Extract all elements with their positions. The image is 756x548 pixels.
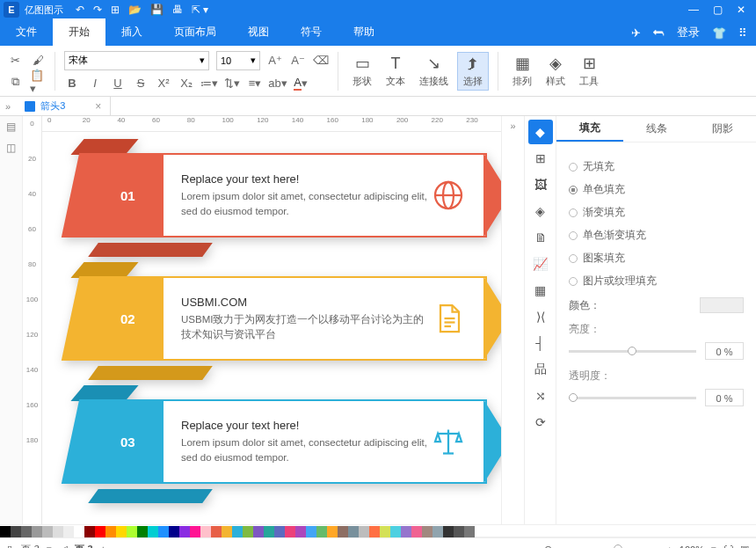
open-icon[interactable]: 📂	[128, 4, 142, 16]
shapes-panel-icon[interactable]: ▤	[0, 116, 22, 137]
arrow-card-2[interactable]: 02 USBMI.COM USBMI致力于为网友打造一个以移动平台讨论为主的技术…	[47, 266, 496, 371]
palette-swatch[interactable]	[127, 526, 137, 537]
menu-file[interactable]: 文件	[0, 18, 53, 46]
tab-fill[interactable]: 填充	[556, 116, 623, 142]
palette-swatch[interactable]	[232, 526, 243, 537]
palette-swatch[interactable]	[401, 526, 411, 537]
fill-solid-radio[interactable]: 单色填充	[569, 182, 744, 197]
arrange-button[interactable]: ▦排列	[507, 52, 537, 90]
share-icon[interactable]: ⮪	[653, 26, 665, 40]
palette-swatch[interactable]	[411, 526, 422, 537]
palette-swatch[interactable]	[11, 526, 21, 537]
font-family-select[interactable]: 宋体▾	[64, 51, 209, 70]
palette-swatch[interactable]	[137, 526, 148, 537]
palette-swatch[interactable]	[443, 526, 454, 537]
fill-tool-icon[interactable]: ◆	[528, 120, 553, 144]
palette-swatch[interactable]	[158, 526, 169, 537]
close-button[interactable]: ✕	[737, 4, 745, 16]
palette-swatch[interactable]	[211, 526, 222, 537]
arrow-card-1[interactable]: 01 Replace your text here! Lorem ipsum d…	[47, 142, 496, 248]
palette-swatch[interactable]	[253, 526, 264, 537]
text-button[interactable]: T文本	[381, 53, 411, 90]
line-spacing-icon[interactable]: ⇅▾	[224, 76, 240, 91]
palette-swatch[interactable]	[422, 526, 433, 537]
bullets-icon[interactable]: ≔▾	[201, 76, 217, 91]
maximize-button[interactable]: ▢	[713, 4, 723, 16]
palette-swatch[interactable]	[105, 526, 116, 537]
menu-home[interactable]: 开始	[53, 18, 105, 46]
font-size-select[interactable]: 10▾	[216, 51, 260, 70]
redo-icon[interactable]: ↷	[93, 4, 102, 16]
subscript-icon[interactable]: X₂	[178, 76, 194, 91]
canvas[interactable]: 01 Replace your text here! Lorem ipsum d…	[42, 132, 501, 524]
new-icon[interactable]: ⊞	[111, 4, 120, 16]
print-icon[interactable]: 🖶	[172, 4, 183, 16]
palette-swatch[interactable]	[222, 526, 232, 537]
brightness-value[interactable]: 0 %	[705, 342, 744, 360]
palette-swatch[interactable]	[454, 526, 464, 537]
shrink-font-icon[interactable]: A⁻	[290, 53, 306, 69]
send-icon[interactable]: ✈	[631, 26, 641, 40]
opacity-value[interactable]: 0 %	[705, 389, 744, 406]
library-panel-icon[interactable]: ◫	[0, 137, 22, 158]
ab-icon[interactable]: ab▾	[270, 76, 286, 91]
more-tool-icon[interactable]: ⟳	[528, 410, 553, 435]
minimize-button[interactable]: —	[688, 4, 699, 16]
zoom-in-icon[interactable]: +	[666, 544, 672, 549]
palette-swatch[interactable]	[274, 526, 285, 537]
menu-help[interactable]: 帮助	[338, 18, 390, 46]
palette-swatch[interactable]	[327, 526, 338, 537]
palette-swatch[interactable]	[464, 526, 475, 537]
undo-icon[interactable]: ↶	[76, 4, 84, 16]
palette-swatch[interactable]	[116, 526, 127, 537]
italic-icon[interactable]: I	[87, 76, 103, 91]
connector-button[interactable]: ↘连接线	[414, 52, 454, 90]
login-link[interactable]: 登录	[677, 25, 700, 40]
palette-swatch[interactable]	[169, 526, 179, 537]
palette-swatch[interactable]	[433, 526, 443, 537]
strike-icon[interactable]: S	[133, 76, 149, 91]
menu-page-layout[interactable]: 页面布局	[158, 18, 232, 46]
zoom-out-icon[interactable]: −	[559, 544, 564, 549]
palette-swatch[interactable]	[21, 526, 32, 537]
table-tool-icon[interactable]: ▦	[528, 278, 553, 303]
palette-swatch[interactable]	[95, 526, 105, 537]
palette-swatch[interactable]	[84, 526, 95, 537]
fill-none-radio[interactable]: 无填充	[569, 159, 744, 174]
arrow-card-3[interactable]: 03 Replace your text here! Lorem ipsum d…	[47, 389, 496, 494]
bold-icon[interactable]: B	[64, 76, 80, 91]
superscript-icon[interactable]: X²	[156, 76, 171, 91]
menu-symbols[interactable]: 符号	[285, 18, 338, 46]
fill-mono-gradient-radio[interactable]: 单色渐变填充	[569, 228, 744, 243]
brightness-slider[interactable]	[569, 350, 696, 353]
fullscreen-icon[interactable]: ⛶	[723, 544, 733, 549]
opacity-slider[interactable]	[569, 397, 696, 399]
palette-swatch[interactable]	[74, 526, 84, 537]
palette-swatch[interactable]	[295, 526, 306, 537]
image-tool-icon[interactable]: 🖼	[528, 172, 553, 197]
menu-view[interactable]: 视图	[232, 18, 285, 46]
palette-swatch[interactable]	[264, 526, 274, 537]
menu-insert[interactable]: 插入	[105, 18, 158, 46]
cut-icon[interactable]: ✂	[7, 53, 23, 69]
style-button[interactable]: ◈样式	[541, 52, 571, 90]
palette-swatch[interactable]	[42, 526, 53, 537]
palette-swatch[interactable]	[348, 526, 359, 537]
palette-swatch[interactable]	[243, 526, 253, 537]
export-icon[interactable]: ⇱ ▾	[192, 4, 208, 16]
panel-collapse-icon[interactable]: »	[502, 116, 524, 135]
page-selector[interactable]: 页-3	[21, 543, 40, 548]
palette-swatch[interactable]	[179, 526, 190, 537]
tool-button[interactable]: ⊞工具	[574, 52, 604, 90]
palette-swatch[interactable]	[369, 526, 380, 537]
palette-swatch[interactable]	[63, 526, 74, 537]
palette-swatch[interactable]	[359, 526, 369, 537]
font-color-icon[interactable]: A▾	[293, 76, 309, 91]
apps-icon[interactable]: ⠿	[738, 26, 747, 40]
underline-icon[interactable]: U	[110, 76, 126, 91]
palette-swatch[interactable]	[285, 526, 295, 537]
color-swatch[interactable]	[700, 297, 744, 313]
tab-line[interactable]: 线条	[623, 116, 690, 142]
fill-texture-radio[interactable]: 图片或纹理填充	[569, 274, 744, 289]
palette-swatch[interactable]	[200, 526, 211, 537]
